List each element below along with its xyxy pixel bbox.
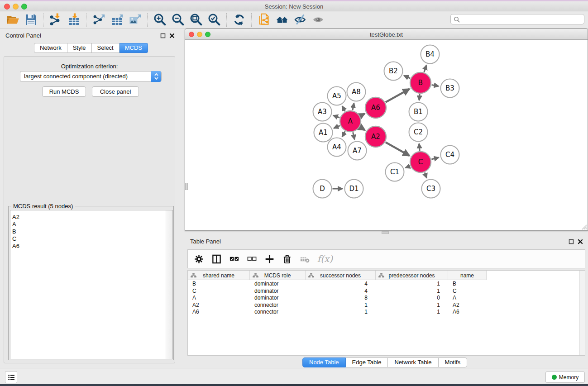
- graph-node-A5[interactable]: A5: [328, 87, 346, 105]
- table-cell[interactable]: A2: [188, 302, 250, 309]
- table-row[interactable]: Bdominator41B: [188, 281, 580, 288]
- graph-edge-A2-C[interactable]: [386, 142, 410, 156]
- mcds-result-list[interactable]: A2ABCA6: [10, 210, 173, 359]
- close-table-panel-icon[interactable]: [578, 239, 583, 244]
- table-cell[interactable]: 1: [376, 302, 448, 309]
- graph-node-D1[interactable]: D1: [345, 180, 363, 198]
- graph-edge-A-A7[interactable]: [353, 132, 355, 139]
- show-eye-button[interactable]: [309, 12, 327, 28]
- delete-table-button[interactable]: [298, 253, 311, 265]
- column-header-name[interactable]: name: [448, 271, 487, 280]
- graph-node-A4[interactable]: A4: [328, 138, 346, 157]
- close-panel-button[interactable]: Close panel: [92, 86, 139, 97]
- graph-node-B3[interactable]: B3: [441, 79, 459, 98]
- float-table-panel-icon[interactable]: [569, 239, 574, 244]
- table-cell[interactable]: A6: [448, 309, 487, 316]
- table-cell[interactable]: 4: [306, 288, 376, 295]
- table-cell[interactable]: 1: [376, 281, 448, 288]
- resize-grip-icon[interactable]: [581, 224, 587, 230]
- table-cell[interactable]: A2: [448, 302, 487, 309]
- import-table-button[interactable]: [65, 12, 83, 28]
- add-column-button[interactable]: [263, 253, 276, 265]
- tab-edge-table[interactable]: Edge Table: [346, 357, 388, 367]
- graph-edge-B-B3[interactable]: [432, 85, 439, 86]
- table-cell[interactable]: dominator: [250, 281, 306, 288]
- graph-edge-C-C1[interactable]: [406, 166, 410, 168]
- column-header-shared-name[interactable]: shared name: [188, 271, 250, 280]
- table-cell[interactable]: B: [448, 281, 487, 288]
- tab-network-table[interactable]: Network Table: [388, 357, 438, 367]
- table-row[interactable]: Adominator80A: [188, 295, 580, 302]
- network-canvas[interactable]: B4B2BB3A5A8A6B1A3AC2A1A2A4A7C4CC1C3DD1: [186, 40, 587, 230]
- export-table-button[interactable]: [108, 12, 126, 28]
- refresh-network-button[interactable]: [230, 12, 248, 28]
- table-cell[interactable]: B: [188, 281, 250, 288]
- float-panel-icon[interactable]: [160, 33, 166, 38]
- table-scrollbar[interactable]: [579, 271, 585, 355]
- graph-node-C[interactable]: C: [410, 152, 431, 172]
- home-button[interactable]: [273, 12, 291, 28]
- graph-node-D[interactable]: D: [313, 180, 332, 198]
- table-cell[interactable]: connector: [250, 309, 306, 316]
- column-visibility-button[interactable]: [210, 253, 223, 265]
- hide-eye-slash-button[interactable]: [291, 12, 309, 28]
- graph-node-C2[interactable]: C2: [409, 123, 428, 142]
- criterion-dropdown[interactable]: largest connected component (directed): [20, 71, 162, 82]
- graph-node-B2[interactable]: B2: [384, 62, 403, 81]
- tab-style[interactable]: Style: [67, 43, 92, 53]
- mcds-list-scrollbar[interactable]: [166, 210, 172, 359]
- graph-edge-A-A2[interactable]: [360, 127, 365, 130]
- zoom-fit-button[interactable]: [187, 12, 205, 28]
- graph-edge-C-C3[interactable]: [425, 172, 427, 178]
- graph-node-B1[interactable]: B1: [409, 103, 428, 121]
- table-cell[interactable]: A6: [188, 309, 250, 316]
- import-network-button[interactable]: [47, 12, 65, 28]
- select-all-button[interactable]: [228, 253, 240, 265]
- zoom-out-button[interactable]: [169, 12, 187, 28]
- horizontal-splitter-grip[interactable]: [382, 231, 389, 234]
- graph-node-C1[interactable]: C1: [386, 163, 404, 181]
- table-cell[interactable]: C: [188, 288, 250, 295]
- graph-edge-B-B4[interactable]: [424, 65, 426, 72]
- graph-edge-B-B2[interactable]: [404, 76, 410, 78]
- open-file-button[interactable]: [4, 12, 22, 28]
- tab-network[interactable]: Network: [34, 43, 67, 53]
- export-image-button[interactable]: [126, 12, 144, 28]
- table-cell[interactable]: 0: [376, 295, 448, 302]
- table-cell[interactable]: 8: [306, 295, 376, 302]
- graph-node-A2[interactable]: A2: [365, 126, 386, 147]
- table-cell[interactable]: C: [448, 288, 487, 295]
- table-cell[interactable]: dominator: [250, 288, 306, 295]
- splitter-grip[interactable]: [185, 183, 188, 190]
- graph-edge-A-A6[interactable]: [360, 114, 364, 116]
- zoom-in-button[interactable]: [151, 12, 169, 28]
- graph-edge-B-B1[interactable]: [419, 94, 420, 100]
- deselect-all-button[interactable]: [245, 253, 258, 265]
- graph-edge-A-A5[interactable]: [342, 106, 345, 112]
- column-header-predecessor-nodes[interactable]: predecessor nodes: [376, 271, 448, 280]
- tab-select[interactable]: Select: [92, 43, 120, 53]
- table-cell[interactable]: 1: [306, 302, 376, 309]
- column-header-mcds-role[interactable]: MCDS role: [250, 271, 306, 280]
- graph-node-A[interactable]: A: [340, 111, 361, 132]
- graph-node-A8[interactable]: A8: [347, 83, 366, 101]
- network-from-document-button[interactable]: [255, 12, 273, 28]
- settings-gear-button[interactable]: [192, 253, 205, 265]
- delete-column-button[interactable]: [281, 253, 293, 265]
- zoom-selected-button[interactable]: [205, 12, 223, 28]
- save-session-button[interactable]: [22, 12, 40, 28]
- close-panel-icon[interactable]: [169, 33, 175, 38]
- graph-node-C3[interactable]: C3: [422, 180, 440, 198]
- table-cell[interactable]: A: [188, 295, 250, 302]
- mcds-result-item[interactable]: C: [10, 235, 164, 243]
- table-cell[interactable]: 1: [376, 309, 448, 316]
- table-row[interactable]: Cdominator41C: [188, 288, 580, 295]
- graph-edge-C-C2[interactable]: [419, 143, 420, 151]
- search-input[interactable]: [460, 14, 584, 24]
- export-network-button[interactable]: [90, 12, 108, 28]
- graph-node-C4[interactable]: C4: [441, 146, 459, 164]
- table-row[interactable]: A2connector11A2: [188, 302, 580, 309]
- graph-node-A3[interactable]: A3: [313, 103, 332, 121]
- table-cell[interactable]: connector: [250, 302, 306, 309]
- table-cell[interactable]: 4: [306, 281, 376, 288]
